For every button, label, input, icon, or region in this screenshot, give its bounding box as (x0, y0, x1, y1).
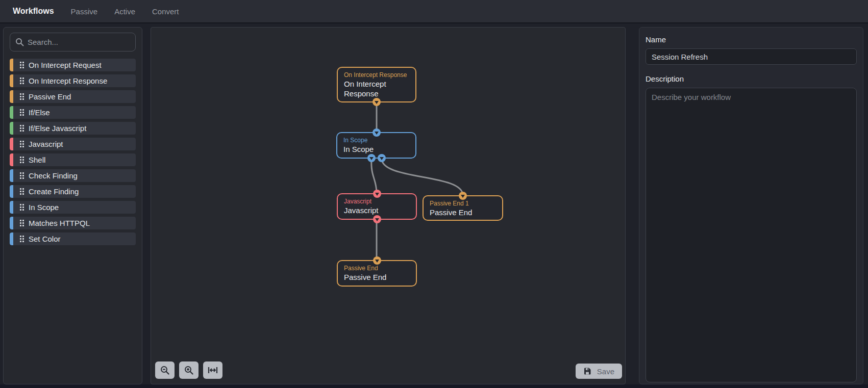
drag-handle-icon (20, 93, 21, 95)
canvas-zoom-controls (155, 361, 222, 379)
sidebar-item-on-intercept-request[interactable]: On Intercept Request (10, 59, 136, 71)
sidebar-item-in-scope[interactable]: In Scope (10, 201, 136, 214)
sidebar-item-label: Matches HTTPQL (29, 219, 90, 227)
sidebar-item-label: On Intercept Request (29, 61, 102, 69)
category-color-bar (10, 201, 13, 214)
drag-handle-icon (20, 77, 21, 79)
output-handle[interactable] (373, 215, 381, 223)
sidebar-item-label: If/Else Javascript (29, 124, 86, 133)
sidebar-item-if-else-javascript[interactable]: If/Else Javascript (10, 122, 136, 135)
sidebar-item-label: On Intercept Response (29, 76, 107, 85)
save-button-label: Save (597, 367, 614, 376)
fit-width-icon (208, 366, 218, 374)
edge-inscope-to-passive-end-1 (382, 159, 463, 195)
input-handle[interactable] (373, 190, 381, 198)
zoom-out-icon (160, 366, 169, 375)
drag-handle-icon (20, 236, 21, 237)
node-title: Passive End (344, 265, 410, 272)
tab-active[interactable]: Active (114, 7, 135, 16)
zoom-out-button[interactable] (155, 361, 175, 379)
workflow-name-input[interactable] (646, 48, 857, 65)
tab-passive[interactable]: Passive (71, 7, 98, 16)
sidebar-item-label: Check Finding (29, 171, 78, 180)
sidebar-item-label: In Scope (29, 203, 59, 212)
drag-handle-icon (20, 62, 21, 63)
output-handle-false[interactable] (378, 154, 386, 162)
node-library-sidebar: On Intercept Request On Intercept Respon… (3, 27, 142, 384)
workflow-description-textarea[interactable] (646, 88, 857, 382)
page-title: Workflows (13, 7, 54, 16)
category-color-bar (10, 217, 13, 229)
sidebar-item-matches-httpql[interactable]: Matches HTTPQL (10, 217, 136, 229)
sidebar-item-label: Create Finding (29, 187, 79, 196)
sidebar-item-create-finding[interactable]: Create Finding (10, 185, 136, 198)
top-navigation-bar: Workflows Passive Active Convert (0, 0, 868, 23)
description-field-label: Description (646, 74, 857, 83)
drag-handle-icon (20, 157, 21, 158)
sidebar-item-on-intercept-response[interactable]: On Intercept Response (10, 74, 136, 87)
node-passive-end-1[interactable]: Passive End 1 Passive End (423, 195, 503, 221)
category-color-bar (10, 153, 13, 166)
node-title: On Intercept Response (344, 71, 409, 79)
sidebar-item-javascript[interactable]: Javascript (10, 138, 136, 150)
bottom-edge-strip (0, 384, 868, 388)
input-handle[interactable] (459, 192, 467, 200)
node-label: On Intercept Response (344, 79, 409, 98)
drag-handle-icon (20, 125, 21, 126)
zoom-in-icon (184, 366, 193, 375)
node-on-intercept-response[interactable]: On Intercept Response On Intercept Respo… (337, 67, 416, 102)
drag-handle-icon (20, 220, 21, 221)
drag-handle-icon (20, 141, 21, 142)
sidebar-item-set-color[interactable]: Set Color (10, 232, 136, 245)
sidebar-item-label: Javascript (29, 140, 63, 148)
node-label: Passive End (430, 208, 496, 217)
node-passive-end[interactable]: Passive End Passive End (337, 260, 417, 287)
workflow-inspector-panel: Name Description (639, 27, 863, 384)
tab-convert[interactable]: Convert (152, 7, 179, 16)
sidebar-item-label: If/Else (29, 108, 50, 117)
edge-inscope-to-javascript (371, 159, 377, 193)
category-color-bar (10, 122, 13, 135)
sidebar-item-label: Shell (29, 156, 45, 164)
sidebar-item-check-finding[interactable]: Check Finding (10, 169, 136, 182)
node-title: In Scope (343, 137, 409, 144)
search-box (10, 33, 136, 51)
save-button[interactable]: Save (576, 364, 622, 379)
input-handle[interactable] (373, 256, 381, 265)
node-label: Javascript (344, 205, 410, 215)
drag-handle-icon (20, 172, 21, 174)
sidebar-item-if-else[interactable]: If/Else (10, 106, 136, 119)
drag-handle-icon (20, 188, 21, 190)
category-color-bar (10, 138, 13, 150)
drag-handle-icon (20, 204, 21, 205)
node-label: Passive End (344, 272, 410, 282)
node-javascript[interactable]: Javascript Javascript (337, 193, 417, 220)
category-color-bar (10, 169, 13, 182)
node-label: In Scope (343, 144, 409, 154)
category-color-bar (10, 90, 13, 103)
zoom-in-button[interactable] (179, 361, 199, 379)
category-color-bar (10, 106, 13, 119)
category-color-bar (10, 59, 13, 71)
node-title: Passive End 1 (430, 200, 496, 208)
sidebar-item-shell[interactable]: Shell (10, 153, 136, 166)
sidebar-item-label: Set Color (29, 235, 61, 243)
input-handle[interactable] (373, 128, 381, 137)
sidebar-item-label: Passive End (29, 92, 71, 101)
drag-handle-icon (20, 109, 21, 111)
sidebar-item-passive-end[interactable]: Passive End (10, 90, 136, 103)
search-icon (15, 38, 24, 46)
search-input[interactable] (10, 33, 135, 51)
fit-view-button[interactable] (203, 361, 222, 379)
node-title: Javascript (344, 198, 410, 205)
output-handle[interactable] (373, 98, 381, 106)
category-color-bar (10, 232, 13, 245)
name-field-label: Name (646, 35, 857, 44)
node-library-list: On Intercept Request On Intercept Respon… (10, 59, 136, 245)
node-in-scope[interactable]: In Scope In Scope (336, 132, 416, 159)
category-color-bar (10, 74, 13, 87)
output-handle-true[interactable] (367, 154, 376, 162)
workflow-canvas[interactable]: On Intercept Response On Intercept Respo… (151, 27, 626, 384)
save-icon (583, 367, 591, 375)
category-color-bar (10, 185, 13, 198)
